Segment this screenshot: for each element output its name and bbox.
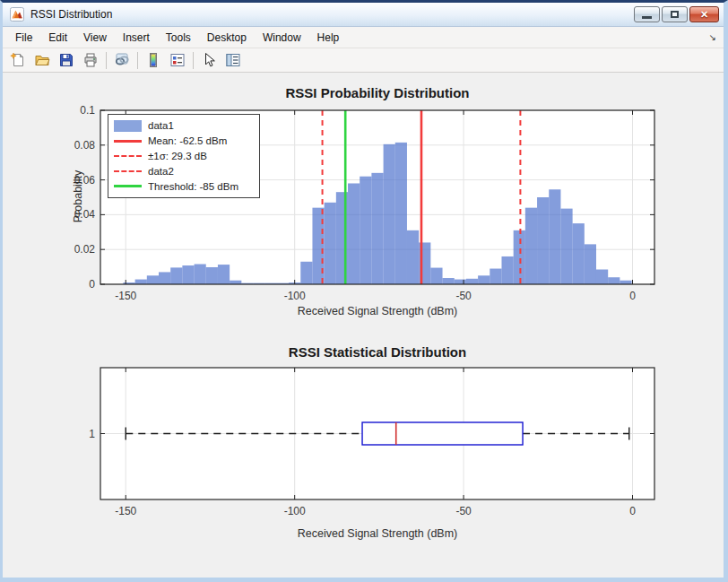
legend-entry-threshold: Threshold: -85 dBm (114, 178, 256, 194)
svg-text:0: 0 (629, 505, 636, 517)
insert-colorbar-icon (145, 52, 161, 68)
svg-text:-150: -150 (115, 290, 136, 302)
menu-help[interactable]: Help (309, 28, 348, 48)
svg-text:0.1: 0.1 (80, 104, 95, 117)
window-title: RSSI Distribution (30, 8, 634, 21)
svg-text:-100: -100 (284, 505, 306, 517)
svg-text:0: 0 (629, 290, 636, 302)
restore-icon (671, 11, 679, 18)
open-file-icon (34, 52, 50, 68)
boxplot-title: RSSI Statistical Distribution (100, 344, 654, 360)
matlab-logo-icon (10, 7, 24, 22)
close-button[interactable]: ✕ (689, 6, 719, 22)
menu-tools[interactable]: Tools (158, 28, 199, 48)
minimize-button[interactable] (634, 6, 660, 22)
link-plot-button[interactable] (110, 50, 134, 71)
histogram-title: RSSI Probability Distribution (100, 85, 654, 100)
menu-edit[interactable]: Edit (40, 28, 75, 48)
property-editor-button[interactable] (221, 50, 245, 71)
svg-text:-50: -50 (455, 290, 472, 302)
menu-insert[interactable]: Insert (115, 28, 158, 48)
edit-plot-icon (201, 52, 217, 68)
new-figure-icon (10, 52, 26, 68)
menu-window[interactable]: Window (255, 28, 309, 48)
legend-entry-mean: Mean: -62.5 dBm (114, 134, 256, 149)
property-editor-icon (225, 52, 241, 68)
new-figure-button[interactable] (6, 50, 30, 71)
legend-swatch-patch (114, 120, 142, 132)
legend-entry-sigma: ±1σ: 29.3 dB (114, 149, 256, 164)
print-figure-icon (82, 52, 99, 68)
legend-entry-data1: data1 (114, 118, 256, 134)
insert-colorbar-button[interactable] (142, 50, 165, 71)
boxplot-xlabel: Received Signal Strength (dBm) (100, 527, 654, 540)
insert-legend-icon (169, 52, 186, 68)
restore-button[interactable] (662, 6, 688, 22)
figure-toolbar (3, 48, 724, 73)
save-figure-icon (58, 52, 74, 68)
svg-text:0: 0 (89, 278, 95, 291)
toolbar-separator (106, 52, 107, 69)
legend-box[interactable]: data1 Mean: -62.5 dBm ±1σ: 29.3 dB data2… (108, 114, 260, 198)
legend-swatch-mean-line (114, 140, 142, 143)
svg-text:-150: -150 (115, 505, 136, 517)
svg-text:1: 1 (89, 428, 95, 440)
edit-plot-button[interactable] (197, 50, 221, 71)
menu-file[interactable]: File (7, 28, 40, 48)
link-plot-icon (114, 52, 130, 68)
menu-desktop[interactable]: Desktop (199, 28, 255, 48)
svg-text:-50: -50 (455, 505, 472, 517)
open-file-button[interactable] (30, 50, 54, 71)
minimize-icon (642, 16, 652, 19)
insert-legend-button[interactable] (166, 50, 189, 71)
legend-swatch-data2-line (114, 170, 142, 172)
title-bar[interactable]: RSSI Distribution ✕ (3, 3, 724, 27)
print-figure-button[interactable] (79, 50, 102, 71)
menu-bar: File Edit View Insert Tools Desktop Wind… (3, 27, 724, 48)
legend-entry-data2: data2 (114, 163, 256, 178)
matlab-figure-window: RSSI Distribution ✕ File Edit View Inser… (0, 0, 728, 582)
save-figure-button[interactable] (55, 50, 78, 71)
toolbar-separator (137, 52, 138, 69)
menubar-overflow-arrow-icon[interactable]: ↘ (709, 32, 716, 42)
menu-view[interactable]: View (75, 28, 115, 48)
close-icon: ✕ (700, 9, 708, 21)
figure-canvas-area: -150-100-50000.020.040.060.080.1-150-100… (3, 73, 724, 578)
svg-text:-100: -100 (284, 290, 306, 302)
histogram-xlabel: Received Signal Strength (dBm) (100, 305, 654, 317)
legend-swatch-sigma-line (114, 155, 142, 157)
toolbar-separator (193, 52, 194, 69)
legend-swatch-threshold-line (114, 185, 142, 187)
histogram-ylabel: Probability (72, 143, 84, 250)
